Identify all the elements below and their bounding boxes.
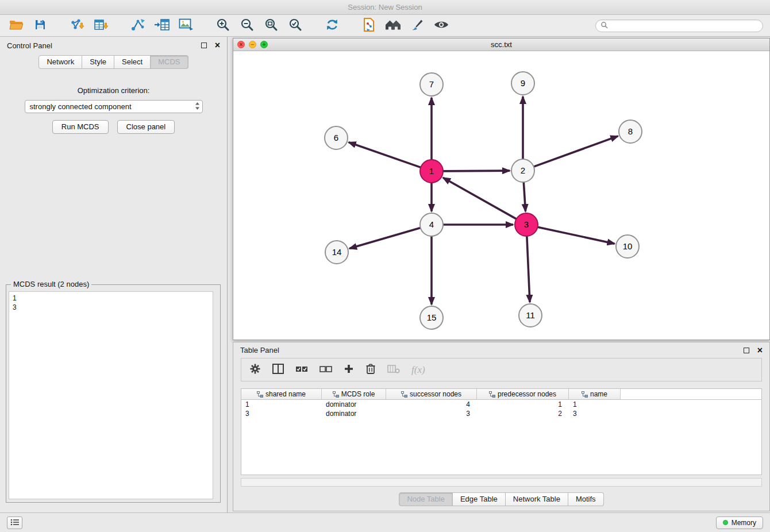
columns-icon <box>272 364 284 376</box>
graph-node-6[interactable]: 6 <box>325 126 348 149</box>
table-tab-node-table[interactable]: Node Table <box>399 492 453 506</box>
delete-rows-button[interactable] <box>365 361 376 379</box>
control-panel-title: Control Panel <box>7 41 52 50</box>
table-row[interactable]: 3dominator323 <box>241 409 761 418</box>
graph-node-4[interactable]: 4 <box>420 213 443 236</box>
graph-node-11[interactable]: 11 <box>519 304 542 327</box>
graph-node-8[interactable]: 8 <box>619 120 642 143</box>
clone-network-button[interactable] <box>360 17 378 34</box>
show-hide-graphics-button[interactable] <box>432 17 451 34</box>
graph-node-1[interactable]: 1 <box>420 160 443 183</box>
zoom-out-button[interactable] <box>238 17 256 34</box>
mcds-result-group: MCDS result (2 nodes) 13 <box>6 284 221 503</box>
column-header-label: shared name <box>265 390 306 398</box>
open-folder-icon <box>9 19 24 33</box>
toolbar-search[interactable] <box>595 20 763 32</box>
table-tab-edge-table[interactable]: Edge Table <box>453 492 506 506</box>
add-row-button[interactable] <box>344 361 354 379</box>
control-panel-header: Control Panel × <box>0 37 227 54</box>
table-row[interactable]: 1dominator411 <box>241 400 761 409</box>
search-input[interactable] <box>611 22 758 30</box>
graph-node-7[interactable]: 7 <box>420 73 443 96</box>
column-header-shared-name[interactable]: shared name <box>241 389 322 399</box>
graph-edge-1-6[interactable] <box>349 142 421 168</box>
mcds-result-line: 3 <box>13 303 209 312</box>
table-float-panel-icon[interactable] <box>744 348 749 353</box>
network-window-title: scc.txt <box>233 40 769 49</box>
optimization-criterion-label: Optimization criterion: <box>0 86 227 95</box>
graph-node-10[interactable]: 10 <box>616 235 639 258</box>
import-network-button[interactable] <box>68 17 86 34</box>
zoom-fit-button[interactable] <box>262 17 280 34</box>
zoom-window-button[interactable]: + <box>260 41 268 48</box>
graph-edge-1-2[interactable] <box>443 171 510 171</box>
graph-node-2[interactable]: 2 <box>511 159 534 182</box>
column-header-predecessor-nodes[interactable]: predecessor nodes <box>477 389 569 399</box>
column-header-label: name <box>590 390 607 398</box>
deselect-all-rows-button[interactable] <box>319 361 332 379</box>
graph-edge-4-14[interactable] <box>349 228 421 249</box>
new-table-button[interactable] <box>153 17 171 34</box>
close-panel-icon[interactable]: × <box>215 41 220 50</box>
window-title: Session: New Session <box>348 3 422 11</box>
control-tab-network[interactable]: Network <box>38 55 82 69</box>
graph-node-14[interactable]: 14 <box>325 241 348 264</box>
criterion-dropdown-value: strongly connected component <box>30 102 132 111</box>
graph-edge-3-11[interactable] <box>527 236 530 302</box>
control-tab-mcds[interactable]: MCDS <box>151 55 188 69</box>
task-history-button[interactable] <box>7 516 22 529</box>
memory-button-label: Memory <box>732 519 756 527</box>
refresh-view-button[interactable] <box>323 17 341 34</box>
table-cell: 3 <box>569 409 621 418</box>
zoom-in-button[interactable] <box>214 17 232 34</box>
session-home-button[interactable] <box>384 17 402 34</box>
apply-style-button[interactable] <box>408 17 426 34</box>
graph-edge-3-10[interactable] <box>538 227 615 244</box>
table-settings-button[interactable] <box>249 361 261 379</box>
minimize-window-button[interactable]: − <box>249 41 256 48</box>
run-mcds-button[interactable]: Run MCDS <box>52 120 109 134</box>
network-window-titlebar[interactable]: scc.txt × − + <box>233 38 769 51</box>
open-file-button[interactable] <box>7 17 25 34</box>
column-header-name[interactable]: name <box>569 389 621 399</box>
refresh-icon <box>325 18 340 34</box>
control-tab-select[interactable]: Select <box>114 55 151 69</box>
graph-edge-2-8[interactable] <box>534 136 618 167</box>
graph-edge-2-3[interactable] <box>523 182 525 211</box>
criterion-dropdown[interactable]: strongly connected component <box>25 100 203 113</box>
import-table-icon <box>94 18 109 34</box>
save-session-button[interactable] <box>31 17 49 34</box>
zoom-out-icon <box>240 18 254 34</box>
close-window-button[interactable]: × <box>237 41 245 48</box>
graph-node-15[interactable]: 15 <box>420 306 443 329</box>
clone-network-icon <box>362 17 376 34</box>
table-close-panel-icon[interactable]: × <box>757 346 763 355</box>
table-tab-network-table[interactable]: Network Table <box>506 492 568 506</box>
status-bar: Memory <box>0 512 770 532</box>
table-cell: dominator <box>322 409 386 418</box>
column-header-successor-nodes[interactable]: successor nodes <box>386 389 477 399</box>
function-builder-button[interactable]: f(x) <box>411 361 425 379</box>
table-tab-motifs[interactable]: Motifs <box>568 492 604 506</box>
graph-edge-3-1[interactable] <box>443 178 517 219</box>
horizontal-scrollbar[interactable] <box>241 478 762 487</box>
export-image-button[interactable] <box>177 17 195 34</box>
network-canvas[interactable]: 7968124314101511 <box>233 51 769 340</box>
show-columns-button[interactable] <box>272 361 284 379</box>
memory-button[interactable]: Memory <box>716 516 763 529</box>
select-all-rows-button[interactable] <box>295 361 308 379</box>
delete-column-button[interactable] <box>387 361 400 379</box>
graph-node-3[interactable]: 3 <box>515 213 538 236</box>
float-panel-icon[interactable] <box>201 43 207 48</box>
mcds-result-list[interactable]: 13 <box>9 291 213 499</box>
graph-node-9[interactable]: 9 <box>511 72 534 95</box>
control-tab-style[interactable]: Style <box>82 55 114 69</box>
column-header-MCDS-role[interactable]: MCDS role <box>322 389 386 399</box>
new-network-button[interactable] <box>129 17 147 34</box>
zoom-selected-button[interactable] <box>286 17 305 34</box>
mcds-result-line: 1 <box>13 294 209 303</box>
close-panel-button[interactable]: Close panel <box>117 120 175 134</box>
svg-text:9: 9 <box>521 78 525 88</box>
import-table-button[interactable] <box>92 17 110 34</box>
table-toolbar: f(x) <box>241 358 762 381</box>
